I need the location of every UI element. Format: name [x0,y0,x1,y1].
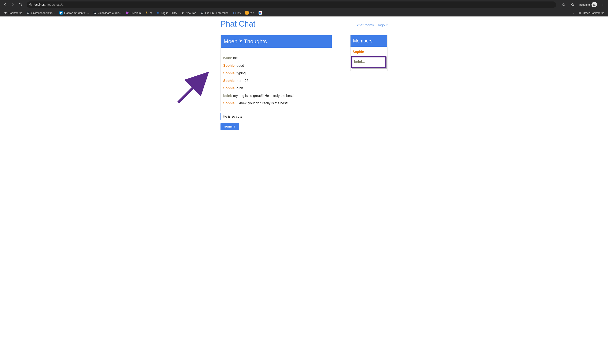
bookmark-item[interactable]: 2uinc/learn-curric… [92,10,124,15]
member-item[interactable]: Sophie [350,48,387,56]
submit-button[interactable]: SUBMIT [221,123,239,130]
message-text: hi!! [232,56,238,60]
reload-button[interactable] [17,1,24,8]
svg-point-9 [603,3,603,4]
bookmark-item[interactable]: GitHub · Enterprise [199,10,230,15]
compose-area: SUBMIT [221,113,332,130]
members-panel-title: Members [350,35,387,47]
jira-icon [156,11,160,14]
svg-point-10 [603,4,603,5]
message-text: o hi! [236,86,243,90]
svg-point-7 [594,5,595,6]
bookmark-label: Bookmarks [8,11,22,14]
bookmark-item[interactable]: Break In [124,10,142,15]
bookmark-item[interactable]: m [143,10,154,15]
bookmark-label: lev [237,11,241,14]
message-author: Sophie: [223,86,236,90]
address-bar[interactable]: localhost :4000/chats/2 [27,1,556,8]
zoom-icon[interactable] [560,1,567,8]
svg-line-23 [146,14,146,14]
other-bookmarks[interactable]: Other Bookmarks [577,10,606,15]
play-icon [126,11,129,14]
chat-message-list[interactable]: beini: hi!!Sophie: ddddSophie: typingSop… [221,48,332,111]
bookmark-label: GitHub · Enterprise [205,11,229,14]
message-text: I know! your dog really is the best! [236,101,288,105]
message-text: dddd [236,64,244,67]
svg-rect-14 [61,12,62,13]
incognito-label: Incognito [579,3,590,6]
link-logout[interactable]: logout [378,24,387,27]
svg-line-4 [564,5,565,6]
bookmark-star-icon[interactable] [569,1,576,8]
github-icon [27,11,30,14]
bookmark-label: elixirschool/elixirs… [31,11,55,14]
extension-icon [259,11,262,14]
chat-panel: Moebi's Thoughts beini: hi!!Sophie: dddd… [221,35,332,111]
bookmark-item[interactable]: elixirschool/elixirs… [25,10,57,15]
link-chat-rooms[interactable]: chat rooms [357,24,374,27]
svg-rect-25 [234,12,235,14]
bookmark-label: m [150,11,152,14]
bookmark-label: Flatiron Student C… [64,11,89,14]
bookmark-item[interactable] [257,10,264,15]
bookmark-label: Break In [131,11,141,14]
page-header: Phat Chat chat rooms | logout [0,16,608,31]
svg-marker-12 [4,12,7,14]
url-path: :4000/chats/2 [46,3,63,6]
content-wrap: Moebi's Thoughts beini: hi!!Sophie: dddd… [221,35,387,130]
site-title: Phat Chat [221,19,255,28]
other-bookmarks-label: Other Bookmarks [583,11,604,14]
svg-line-28 [178,78,203,102]
bookmark-label: Log in - JIRA [161,11,177,14]
chat-message: beini: my dog is so great!!! He is truly… [223,93,329,98]
bookmark-label: to fl [250,11,254,14]
svg-point-11 [603,5,603,6]
svg-marker-15 [126,11,129,14]
bookmark-item[interactable]: Flatiron Student C… [58,10,91,15]
url-host: localhost [34,3,45,6]
chat-message: Sophie: typing [223,71,329,76]
message-author: Sophie: [223,101,236,105]
chat-message: Sophie: dddd [223,63,329,68]
github-icon [200,11,204,14]
svg-point-2 [30,4,31,4]
member-name: beini... [354,60,365,64]
forward-button[interactable] [9,1,16,8]
bookmarks-overflow-icon[interactable]: » [572,11,576,14]
site-nav-links: chat rooms | logout [357,24,387,28]
incognito-indicator: Incognito [579,2,597,7]
message-author: Sophie: [223,71,236,75]
browser-toolbar: localhost :4000/chats/2 Incognito [0,0,608,9]
incognito-icon [592,2,597,7]
browser-menu-icon[interactable] [600,1,606,8]
message-author: Sophie: [223,79,236,83]
github-icon [93,11,97,14]
bookmark-item[interactable]: Log in - JIRA [154,10,179,15]
chat-panel-title: Moebi's Thoughts [221,35,332,48]
link-separator: | [375,24,377,27]
svg-point-16 [146,12,147,13]
member-typing-indicator: beini... [351,56,387,68]
svg-line-21 [146,12,146,12]
back-button[interactable] [2,1,8,8]
message-text: typing [236,71,246,75]
bookmark-label: 2uinc/learn-curric… [98,11,122,14]
folder-icon [578,11,581,14]
doc-icon [233,11,236,14]
svg-marker-5 [571,3,574,6]
message-input[interactable] [221,113,332,120]
bookmarks-menu[interactable]: Bookmarks [2,10,24,15]
members-list: Sophiebeini... [350,47,387,71]
bookmark-item[interactable]: New Tab [179,10,198,15]
bookmark-item[interactable]: lev [231,10,243,15]
trello-icon [59,11,63,14]
members-panel: Members Sophiebeini... [350,35,387,71]
chat-message: beini: hi!! [223,56,329,61]
svg-line-24 [148,12,148,12]
star-icon [4,11,7,14]
svg-point-6 [593,5,594,6]
site-info-icon[interactable] [29,3,32,6]
svg-rect-13 [60,12,61,14]
bookmark-item[interactable]: to fl [244,10,256,15]
page: Phat Chat chat rooms | logout Moebi's Th… [0,16,608,130]
